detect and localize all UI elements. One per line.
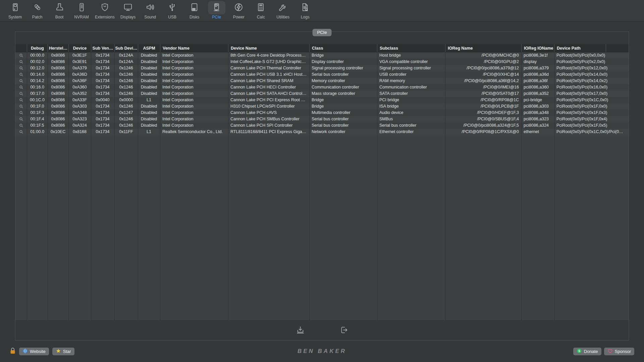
column-header-vendor-name[interactable]: Vendor Name [160, 44, 228, 52]
toolbar-item-nvram[interactable]: NVRAM [70, 1, 93, 19]
export-button[interactable] [339, 325, 348, 335]
cell-debug: 00:16.0 [27, 84, 48, 90]
table-row[interactable]: 00:1F.0 0x8086 0xA303 0x1734 0x1246 Disa… [15, 103, 629, 110]
toolbar-item-calc[interactable]: Calc [250, 1, 272, 19]
row-inspect-button[interactable] [15, 66, 27, 70]
cell-device-id: 0xA36D [68, 71, 91, 78]
donate-button[interactable]: $ Donate [573, 348, 601, 355]
table-row[interactable]: 00:02.0 0x8086 0x3E91 0x1734 0x124A Disa… [15, 59, 629, 65]
toolbar-item-sound[interactable]: Sound [139, 1, 161, 19]
bandage-icon [33, 3, 42, 13]
column-header-sub-device[interactable]: Sub Devi… [114, 44, 138, 52]
table-row[interactable]: 00:14.2 0x8086 0xA36F 0x1734 0x1246 Disa… [15, 78, 629, 84]
cell-device-path: PciRoot(0x0)/Pci(0x14,0x0) [554, 71, 629, 78]
table-row[interactable]: 00:17.0 0x8086 0xA352 0x1734 0x1246 Disa… [15, 90, 629, 97]
monitor-icon [123, 3, 132, 13]
table-row[interactable]: 01:00.0 0x10EC 0x8168 0x1734 0x11FF L1 R… [15, 129, 629, 135]
cell-device-id: 0xA379 [68, 65, 91, 71]
table-row[interactable]: 00:00.0 0x8086 0x3E1F 0x1734 0x124A Disa… [15, 52, 629, 59]
row-inspect-button[interactable] [15, 111, 27, 115]
table-row[interactable]: 00:12.0 0x8086 0xA379 0x1734 0x1246 Disa… [15, 65, 629, 71]
cell-vendor-id: 0x8086 [48, 59, 68, 65]
table-row[interactable]: 00:1F.3 0x8086 0xA348 0x1734 0x1247 Disa… [15, 110, 629, 116]
table-row[interactable]: 00:16.0 0x8086 0xA360 0x1734 0x1246 Disa… [15, 84, 629, 90]
star-button[interactable]: Star [52, 348, 74, 355]
toolbar-label: Calc [257, 15, 265, 19]
cell-vendor-name: Intel Corporation [160, 78, 228, 84]
column-header-debug[interactable]: Debug [27, 44, 48, 52]
cell-ioreg-name: /PCI0@0/pci8086,a324@1F,5 [445, 122, 521, 129]
cell-device-name: H310 Chipset LPC/eSPI Controller [228, 103, 309, 110]
cell-debug: 00:02.0 [27, 59, 48, 65]
column-header-device-path[interactable]: Device Path [554, 44, 606, 52]
cell-aspm: Disabled [138, 71, 160, 78]
cell-ioreg-ioname: pci-bridge [521, 97, 554, 103]
row-inspect-button[interactable] [15, 85, 27, 89]
toolbar-label: USB [168, 15, 176, 19]
row-inspect-button[interactable] [15, 72, 27, 77]
cell-device-id: 0x3E1F [68, 52, 91, 59]
row-inspect-button[interactable] [15, 79, 27, 83]
toolbar-item-usb[interactable]: USB [161, 1, 183, 19]
row-inspect-button[interactable] [15, 130, 27, 134]
cell-vendor-name: Intel Corporation [160, 90, 228, 97]
toolbar-item-boot[interactable]: Boot [48, 1, 70, 19]
tab-pcie[interactable]: PCIe [313, 29, 332, 36]
cell-sub-device-id: 0x1246 [114, 84, 138, 90]
column-header-device-name[interactable]: Device Name [228, 44, 309, 52]
cell-device-name: Cannon Lake PCH USB 3.1 xHCI Host C… [228, 71, 309, 78]
toolbar-item-pcie[interactable]: PCIe [206, 1, 228, 19]
cell-ioreg-name: /PCI0@0/RP08@1C/PXSX@0 [445, 129, 521, 135]
cell-class: Serial bus controller [309, 116, 377, 122]
cell-ioreg-name: /PCI0@0/pci8086,a379@12 [445, 65, 521, 71]
column-header-sub-vendor[interactable]: Sub Ven… [91, 44, 114, 52]
row-inspect-button[interactable] [15, 117, 27, 121]
cell-device-name: Cannon Lake PCH Thermal Controller [228, 65, 309, 71]
row-inspect-button[interactable] [15, 123, 27, 128]
cell-subclass: Communication controller [377, 84, 445, 90]
toolbar-item-disks[interactable]: Disks [183, 1, 206, 19]
column-header-inspect[interactable] [15, 44, 27, 52]
table-row[interactable]: 00:14.0 0x8086 0xA36D 0x1734 0x1246 Disa… [15, 71, 629, 78]
toolbar-item-power[interactable]: Power [228, 1, 250, 19]
sponsor-button[interactable]: Sponsor [604, 348, 634, 355]
column-header-aspm[interactable]: ASPM [138, 44, 160, 52]
column-header-spacer [606, 44, 629, 52]
cell-device-path: PciRoot(0x0)/Pci(0x17,0x0) [554, 90, 629, 97]
column-header-class[interactable]: Class [309, 44, 377, 52]
toolbar-label: Power [233, 15, 245, 19]
row-inspect-button[interactable] [15, 104, 27, 109]
column-header-ioreg-name[interactable]: IOReg Name [445, 44, 521, 52]
toolbar-item-utilities[interactable]: Utilities [272, 1, 294, 19]
toolbar-item-system[interactable]: System [4, 1, 26, 19]
memory-stick-icon [77, 3, 86, 13]
toolbar-item-patch[interactable]: Patch [26, 1, 48, 19]
import-button[interactable] [296, 325, 305, 335]
drive-icon [190, 3, 199, 13]
table-row[interactable]: 00:1C.0 0x8086 0xA33F 0x0040 0x0000 L1 I… [15, 97, 629, 103]
cell-class: Network controller [309, 129, 377, 135]
table-row[interactable]: 00:1F.4 0x8086 0xA323 0x1734 0x1246 Disa… [15, 116, 629, 122]
row-inspect-button[interactable] [15, 53, 27, 58]
row-inspect-button[interactable] [15, 98, 27, 102]
column-header-subclass[interactable]: Subclass [377, 44, 445, 52]
column-header-ioreg-ioname[interactable]: IOReg IOName [521, 44, 554, 52]
row-inspect-button[interactable] [15, 60, 27, 64]
calculator-icon [256, 3, 265, 13]
column-header-device[interactable]: Device [68, 44, 91, 52]
lock-icon[interactable] [10, 347, 16, 356]
toolbar-item-displays[interactable]: Displays [117, 1, 139, 19]
cell-aspm: Disabled [138, 52, 160, 59]
column-header-hersteller[interactable]: Herstel… [48, 44, 68, 52]
toolbar-item-extensions[interactable]: Extensions [93, 1, 117, 19]
cell-device-id: 0xA324 [68, 122, 91, 129]
toolbar-label: Patch [32, 15, 43, 19]
table-row[interactable]: 00:1F.5 0x8086 0xA324 0x1734 0x1246 Disa… [15, 122, 629, 129]
cell-debug: 00:00.0 [27, 52, 48, 59]
website-button[interactable]: Website [19, 348, 49, 355]
cell-vendor-name: Intel Corporation [160, 71, 228, 78]
row-inspect-button[interactable] [15, 92, 27, 96]
cell-class: Serial bus controller [309, 122, 377, 129]
cell-device-id: 0xA303 [68, 103, 91, 110]
toolbar-item-logs[interactable]: Logs [294, 1, 316, 19]
